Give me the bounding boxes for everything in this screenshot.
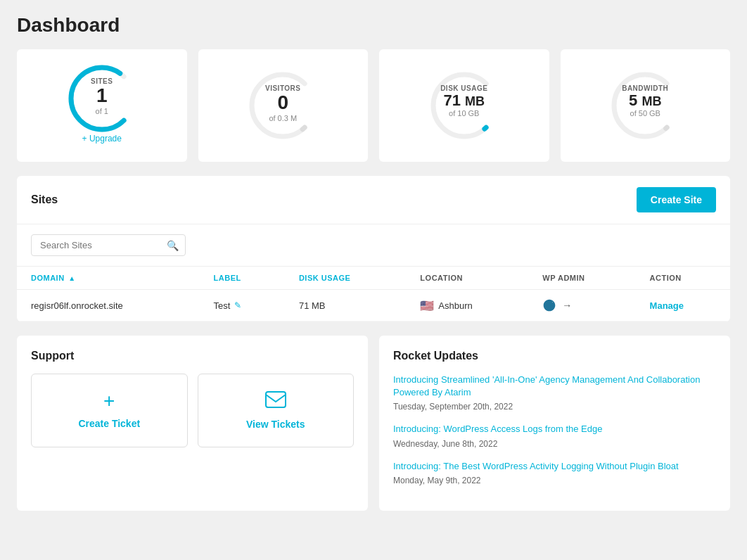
sites-table: DOMAIN ▲ LABEL DISK USAGE LOCATION WP AD… — [17, 267, 730, 322]
gauge-text-visitors: VISITORS 0 of 0.3 M — [244, 84, 321, 122]
stat-value-visitors: 0 — [244, 92, 321, 114]
cell-disk-usage: 71 MB — [285, 290, 406, 322]
rocket-updates-title: Rocket Updates — [393, 350, 716, 362]
gauge-text-disk: DISK USAGE 71 MB of 10 GB — [426, 84, 503, 117]
wpadmin-wrap: → — [542, 298, 621, 312]
update-item-1: Introducing: WordPress Access Logs from … — [393, 423, 716, 448]
support-title: Support — [31, 350, 354, 362]
sites-section: Sites Create Site 🔍 DOMAIN ▲ LABEL DISK … — [17, 176, 730, 322]
cell-wpadmin: → — [528, 290, 635, 322]
svg-rect-8 — [266, 392, 286, 407]
col-header-wpadmin: WP ADMIN — [528, 267, 635, 290]
col-header-domain[interactable]: DOMAIN ▲ — [17, 267, 200, 290]
plus-icon: + — [103, 391, 115, 411]
table-row: regisr06lf.onrocket.site Test ✎ 71 MB 🇺� — [17, 290, 730, 322]
stat-value-sites: 1 — [63, 85, 141, 107]
cell-location: 🇺🇸 Ashburn — [406, 290, 528, 322]
sites-section-header: Sites Create Site — [17, 176, 730, 224]
sort-arrow-domain: ▲ — [68, 274, 75, 282]
search-icon: 🔍 — [167, 240, 179, 251]
stat-value-disk: 71 MB — [426, 92, 503, 109]
view-tickets-label: View Tickets — [246, 419, 305, 430]
label-wrap: Test ✎ — [214, 300, 271, 311]
update-link-0[interactable]: Introducing Streamlined 'All-In-One' Age… — [393, 374, 716, 399]
label-value: Test — [214, 300, 231, 311]
update-link-1[interactable]: Introducing: WordPress Access Logs from … — [393, 423, 716, 435]
disk-usage-value: 71 MB — [299, 300, 326, 311]
update-link-2[interactable]: Introducing: The Best WordPress Activity… — [393, 460, 716, 473]
gauge-disk: DISK USAGE 71 MB of 10 GB — [426, 77, 503, 134]
gauge-text-bandwidth: BANDWIDTH 5 MB of 50 GB — [606, 84, 684, 117]
bottom-row: Support + Create Ticket View Tickets — [17, 336, 730, 511]
stat-sub-disk: of 10 GB — [426, 109, 503, 117]
support-card: Support + Create Ticket View Tickets — [17, 336, 368, 511]
location-wrap: 🇺🇸 Ashburn — [420, 299, 514, 312]
col-header-disk: DISK USAGE — [285, 267, 406, 290]
create-ticket-label: Create Ticket — [78, 418, 140, 429]
stat-value-bandwidth: 5 MB — [606, 92, 684, 109]
support-actions: + Create Ticket View Tickets — [31, 374, 354, 447]
stat-label-bandwidth: BANDWIDTH — [606, 84, 684, 92]
update-item-0: Introducing Streamlined 'All-In-One' Age… — [393, 374, 716, 412]
view-tickets-button[interactable]: View Tickets — [198, 374, 355, 447]
gauge-text-sites: SITES 1 of 1 — [63, 77, 141, 115]
cell-label: Test ✎ — [200, 290, 285, 322]
stat-card-bandwidth: BANDWIDTH 5 MB of 50 GB — [561, 49, 731, 162]
col-header-action: ACTION — [636, 267, 730, 290]
stat-sub-bandwidth: of 50 GB — [606, 109, 684, 117]
gauge-visitors: VISITORS 0 of 0.3 M — [244, 77, 321, 134]
domain-value: regisr06lf.onrocket.site — [31, 300, 123, 311]
search-input-wrap: 🔍 — [31, 234, 186, 256]
stats-row: SITES 1 of 1 + Upgrade VISITORS 0 of 0.3… — [17, 49, 730, 162]
flag-icon: 🇺🇸 — [420, 299, 434, 312]
stat-card-visitors: VISITORS 0 of 0.3 M — [198, 49, 369, 162]
sites-table-body: regisr06lf.onrocket.site Test ✎ 71 MB 🇺� — [17, 290, 730, 322]
search-bar-wrap: 🔍 — [17, 224, 730, 267]
envelope-icon — [265, 391, 286, 412]
stat-sub-visitors: of 0.3 M — [244, 114, 321, 122]
stat-sub-sites: of 1 — [63, 107, 141, 115]
col-header-location: LOCATION — [406, 267, 528, 290]
page-title: Dashboard — [17, 14, 730, 37]
create-ticket-button[interactable]: + Create Ticket — [31, 374, 188, 447]
update-date-1: Wednesday, June 8th, 2022 — [393, 439, 497, 449]
cell-domain: regisr06lf.onrocket.site — [17, 290, 200, 322]
search-sites-input[interactable] — [31, 234, 186, 256]
col-header-label: LABEL — [200, 267, 285, 290]
stat-card-disk: DISK USAGE 71 MB of 10 GB — [379, 49, 549, 162]
gauge-sites: SITES 1 of 1 — [63, 70, 141, 127]
wordpress-icon[interactable] — [542, 298, 556, 312]
update-date-0: Tuesday, September 20th, 2022 — [393, 402, 513, 412]
update-date-2: Monday, May 9th, 2022 — [393, 476, 481, 485]
location-value: Ashburn — [438, 300, 472, 311]
arrow-icon[interactable]: → — [562, 300, 572, 311]
sites-table-header: DOMAIN ▲ LABEL DISK USAGE LOCATION WP AD… — [17, 267, 730, 290]
create-site-button[interactable]: Create Site — [637, 187, 716, 212]
gauge-bandwidth: BANDWIDTH 5 MB of 50 GB — [606, 77, 684, 134]
rocket-updates-card: Rocket Updates Introducing Streamlined '… — [379, 336, 730, 511]
update-item-2: Introducing: The Best WordPress Activity… — [393, 460, 716, 485]
manage-link[interactable]: Manage — [650, 300, 684, 311]
sites-section-title: Sites — [31, 193, 58, 206]
stat-card-sites: SITES 1 of 1 + Upgrade — [17, 49, 187, 162]
edit-label-icon[interactable]: ✎ — [234, 300, 241, 310]
cell-action: Manage — [636, 290, 730, 322]
